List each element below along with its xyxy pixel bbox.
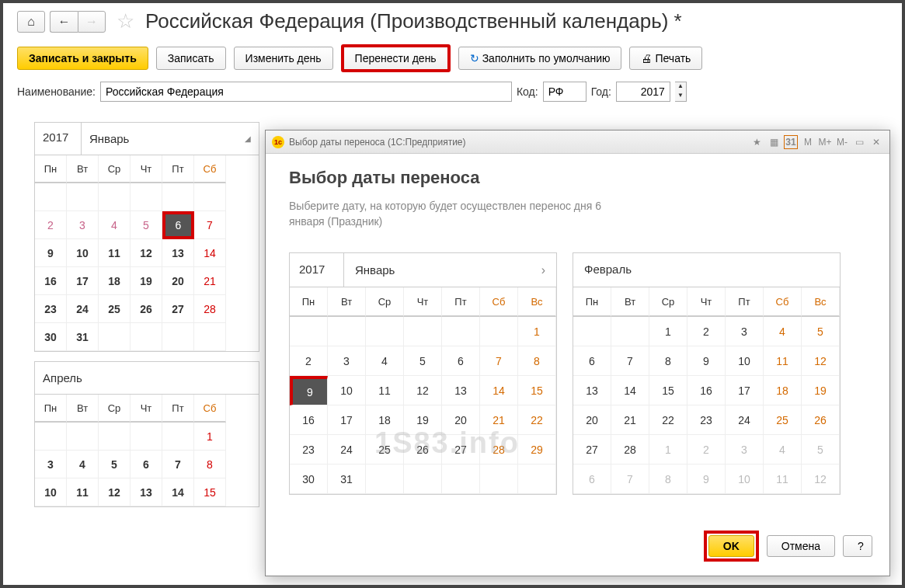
app-icon: 1c [272,136,284,148]
fill-default-button[interactable]: ↻Заполнить по умолчанию [458,47,622,70]
calculator-icon[interactable]: ▦ [767,135,781,149]
day-cell[interactable]: 5 [131,211,162,239]
home-button[interactable]: ⌂ [17,11,45,33]
year-label: Год: [591,85,611,98]
back-button[interactable]: ← [50,11,78,33]
change-day-button[interactable]: Изменить день [234,47,333,70]
dialog-title: Выбор даты переноса (1С:Предприятие) [289,137,750,148]
close-icon[interactable]: ✕ [869,135,883,149]
memory-mminus-icon[interactable]: M- [835,135,849,149]
page-title: Российская Федерация (Производственный к… [145,9,682,33]
save-button[interactable]: Записать [156,47,226,70]
cal-month: Апрель [35,362,259,394]
day-header: Ср [99,155,131,183]
memory-mplus-icon[interactable]: M+ [818,135,832,149]
code-input[interactable] [543,82,587,102]
help-button[interactable]: ? [843,535,872,557]
day-cell[interactable]: 17 [67,267,99,295]
day-cell[interactable]: 21 [194,267,226,295]
day-cell[interactable]: 7 [194,211,226,239]
day-cell[interactable]: 13 [162,239,194,267]
day-cell[interactable]: 27 [162,295,194,323]
day-cell[interactable]: 4 [99,211,131,239]
minimize-icon[interactable]: ▭ [852,135,866,149]
cal-month: Февраль [573,253,840,287]
day-cell[interactable]: 11 [99,239,131,267]
year-spinner[interactable]: ▲▼ [675,82,687,102]
dialog-titlebar[interactable]: 1c Выбор даты переноса (1С:Предприятие) … [266,130,889,154]
day-header: Чт [131,155,162,183]
name-label: Наименование: [17,85,96,98]
main-calendar-april: Апрель Пн Вт Ср Чт Пт Сб 1 3 4 5 6 7 8 1… [34,361,259,507]
favorite-icon[interactable]: ☆ [117,9,134,33]
day-cell[interactable]: 18 [99,267,131,295]
day-cell[interactable]: 23 [35,295,67,323]
memory-m-icon[interactable]: M [801,135,815,149]
ok-button[interactable]: OK [708,535,754,557]
day-cell[interactable]: 31 [67,323,99,351]
move-day-button[interactable]: Перенести день [341,44,451,72]
main-calendar-january: 2017 Январь◢ Пн Вт Ср Чт Пт Сб 2 3 4 5 6… [34,122,259,352]
day-header: Пн [35,155,67,183]
day-cell[interactable]: 25 [99,295,131,323]
name-input[interactable] [100,82,512,102]
dialog-calendar-february: Февраль Пн Вт Ср Чт Пт Сб Вс 1 2 3 4 5 [573,252,841,495]
day-cell[interactable]: 24 [67,295,99,323]
day-cell[interactable]: 19 [131,267,162,295]
day-cell[interactable]: 30 [35,323,67,351]
day-cell[interactable]: 26 [131,295,162,323]
print-icon: 🖨 [641,52,652,64]
code-label: Код: [517,85,538,98]
refresh-icon: ↻ [470,52,479,64]
cal-month[interactable]: Январь › [344,253,556,287]
cal-month[interactable]: Январь◢ [82,123,259,155]
dialog-heading: Выбор даты переноса [289,168,866,188]
day-cell[interactable]: 10 [67,239,99,267]
day-cell[interactable]: 12 [131,239,162,267]
day-cell[interactable]: 16 [35,267,67,295]
day-cell[interactable]: 3 [67,211,99,239]
dialog-description: Выберите дату, на которую будет осуществ… [289,199,866,229]
save-close-button[interactable]: Записать и закрыть [17,47,148,70]
day-cell[interactable]: 28 [194,295,226,323]
day-cell[interactable]: 14 [194,239,226,267]
cancel-button[interactable]: Отмена [767,535,835,557]
print-button[interactable]: 🖨Печать [629,47,702,70]
day-header: Вт [67,155,99,183]
favorite-icon[interactable]: ★ [750,135,764,149]
day-cell[interactable]: 20 [162,267,194,295]
day-cell[interactable]: 9 [35,239,67,267]
dialog-calendar-january: 2017 Январь › Пн Вт Ср Чт Пт Сб Вс 1 [289,252,557,495]
transfer-date-dialog: 1c Выбор даты переноса (1С:Предприятие) … [265,130,890,576]
selected-day[interactable]: 9 [290,376,328,405]
day-cell[interactable]: 2 [35,211,67,239]
next-month-icon[interactable]: › [541,263,545,277]
cal-year: 2017 [35,123,82,155]
forward-button[interactable]: → [78,11,106,33]
year-input[interactable] [616,82,670,102]
cal-year: 2017 [290,253,344,287]
day-header: Сб [194,155,226,183]
day-header: Пт [162,155,194,183]
calendar-icon[interactable]: 31 [784,135,798,149]
day-cell-selected[interactable]: 6 [162,211,194,239]
